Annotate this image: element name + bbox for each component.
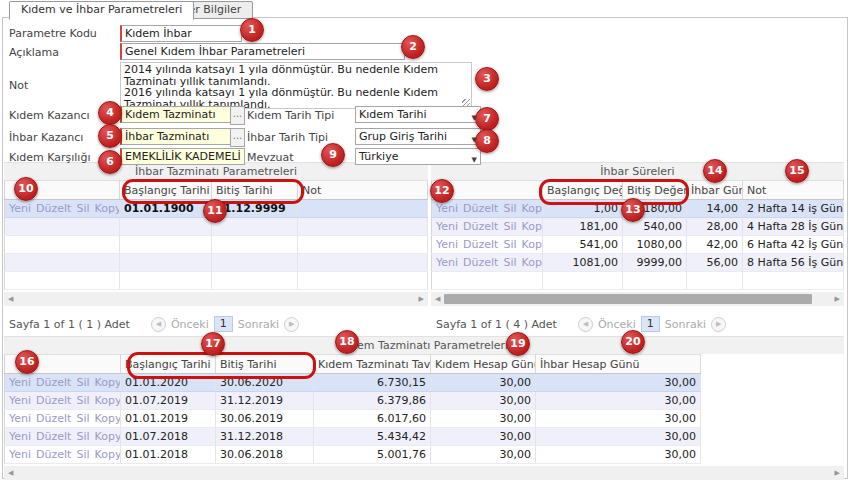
column-header[interactable]: Kıdem Tazminatı Tavanı [314,355,431,374]
cell: 181,00 [543,218,623,236]
column-header[interactable]: Not [298,181,428,200]
cell: 1081,00 [543,254,623,272]
row-action-link[interactable]: Düzelt [36,412,71,425]
tab-kidem-ve-ihbar-parametreleri[interactable]: Kıdem ve İhbar Parametreleri [9,1,194,20]
row-action-link[interactable]: Düzelt [36,202,71,215]
current-page[interactable]: 1 [641,316,660,332]
prev-page-icon[interactable]: ◀ [151,317,166,332]
row-action-link[interactable]: Düzelt [463,238,498,251]
prev-page-button[interactable]: Önceki [171,318,209,331]
cell [298,218,428,236]
row-action-link[interactable]: Kopya [95,202,120,215]
row-action-link[interactable]: Yeni [436,238,458,251]
cell: 30,00 [536,392,701,410]
ihbar-tarih-tipi-select[interactable]: Grup Giriş Tarihi▼ [355,128,481,145]
cell: 1080,00 [623,236,687,254]
table-row[interactable]: YeniDüzeltSilKopya01.01.201930.06.20196.… [5,410,844,428]
scroll-right-icon[interactable]: ▶ [419,295,424,303]
scroll-left-icon[interactable]: ◀ [8,469,13,477]
row-action-link[interactable]: Sil [76,376,89,389]
row-action-link[interactable]: Düzelt [36,430,71,443]
row-action-link[interactable]: Kopya [522,238,543,251]
ihbar-kazanci-lookup-button[interactable]: ... [230,128,245,147]
row-action-link[interactable]: Düzelt [36,376,71,389]
table-row[interactable]: YeniDüzeltSilKopya01.07.201931.12.20196.… [5,392,844,410]
column-header[interactable]: Not [743,181,844,200]
aciklama-input[interactable] [120,43,405,60]
cell: 01.01.2019 [121,410,216,428]
scroll-right-icon[interactable]: ▶ [835,469,840,477]
filler [701,446,844,464]
row-action-link[interactable]: Sil [503,256,516,269]
scroll-right-icon[interactable]: ▶ [835,295,840,303]
row-action-link[interactable]: Kopya [522,256,543,269]
prev-page-button[interactable]: Önceki [598,318,636,331]
row-action-link[interactable]: Sil [76,202,89,215]
row-action-link[interactable]: Kopya [95,394,121,407]
not-textarea[interactable]: 2014 yılında katsayı 1 yıla dönmüştür. B… [120,62,472,109]
cell [212,218,298,236]
row-action-link[interactable]: Kopya [522,202,543,215]
next-page-button[interactable]: Sonraki [665,318,706,331]
horizontal-scrollbar[interactable]: ◀ ▶ [431,292,844,306]
row-action-link[interactable]: Kopya [95,448,121,461]
row-action-link[interactable]: Sil [503,238,516,251]
scroll-left-icon[interactable]: ◀ [8,295,13,303]
column-header[interactable]: Kıdem Hesap Günü [431,355,536,374]
kidem-karsiligi-lookup[interactable]: EMEKLİLİK KADEMELİ GEÇ [120,148,245,165]
row-action-link[interactable]: Yeni [436,220,458,233]
row-action-link[interactable]: Sil [76,430,89,443]
cell: 30,00 [431,374,536,392]
parametre-kodu-input[interactable] [120,25,242,42]
current-page[interactable]: 1 [214,316,233,332]
row-action-link[interactable]: Sil [76,448,89,461]
empty-row [5,236,428,254]
row-action-link[interactable]: Düzelt [36,394,71,407]
next-page-icon[interactable]: ▶ [284,317,299,332]
table-row[interactable]: YeniDüzeltSilKopya01.01.201830.06.20185.… [5,446,844,464]
row-action-link[interactable]: Yeni [9,448,31,461]
kidem-tarih-tipi-select[interactable]: Kıdem Tarihi▼ [355,106,481,123]
scroll-left-icon[interactable]: ◀ [435,295,440,303]
next-page-icon[interactable]: ▶ [711,317,726,332]
row-action-link[interactable]: Yeni [9,412,31,425]
horizontal-scrollbar[interactable]: ◀ ▶ [4,466,844,480]
row-action-link[interactable]: Düzelt [463,220,498,233]
table-row[interactable]: YeniDüzeltSilKopya01.07.201831.12.20185.… [5,428,844,446]
row-action-link[interactable]: Sil [503,202,516,215]
row-action-link[interactable]: Yeni [436,202,458,215]
row-action-link[interactable]: Düzelt [36,448,71,461]
row-action-link[interactable]: Düzelt [463,256,498,269]
row-action-link[interactable]: Kopya [522,220,543,233]
cell: 30,00 [536,410,701,428]
horizontal-scrollbar[interactable]: ◀ ▶ [4,292,428,306]
ihbar-tarih-tipi-value: Grup Giriş Tarihi [359,130,447,143]
mevzuat-select[interactable]: Türkiye▼ [355,148,481,165]
row-action-link[interactable]: Yeni [9,394,31,407]
table-row[interactable]: YeniDüzeltSilKopya1081,009999,0056,008 H… [432,254,844,272]
row-action-link[interactable]: Kopya [95,430,121,443]
column-header[interactable]: İhbar Hesap Günü [536,355,701,374]
kidem-kazanci-lookup[interactable]: Kıdem Tazminatı [120,106,232,123]
row-action-link[interactable]: Düzelt [463,202,498,215]
cell: 30,00 [431,410,536,428]
row-action-link[interactable]: Kopya [95,376,121,389]
table-row[interactable]: YeniDüzeltSilKopya541,001080,0042,006 Ha… [432,236,844,254]
row-action-link[interactable]: Yeni [436,256,458,269]
ihbar-kazanci-lookup[interactable]: İhbar Tazminatı [120,128,232,145]
cell: 31.12.2018 [216,428,314,446]
annotation-badge-13: 13 [621,198,645,222]
row-action-link[interactable]: Sil [503,220,516,233]
prev-page-icon[interactable]: ◀ [578,317,593,332]
row-action-link[interactable]: Sil [76,394,89,407]
row-action-link[interactable]: Yeni [9,202,31,215]
not-text: 2014 yılında katsayı 1 yıla dönmüştür. B… [124,63,441,109]
row-action-link[interactable]: Yeni [9,376,31,389]
row-action-link[interactable]: Yeni [9,430,31,443]
scrollbar-thumb[interactable] [444,294,812,304]
row-action-link[interactable]: Sil [76,412,89,425]
column-header[interactable]: İhbar Günü [687,181,743,200]
kidem-kazanci-lookup-button[interactable]: ... [230,106,245,125]
next-page-button[interactable]: Sonraki [238,318,279,331]
row-action-link[interactable]: Kopya [95,412,121,425]
